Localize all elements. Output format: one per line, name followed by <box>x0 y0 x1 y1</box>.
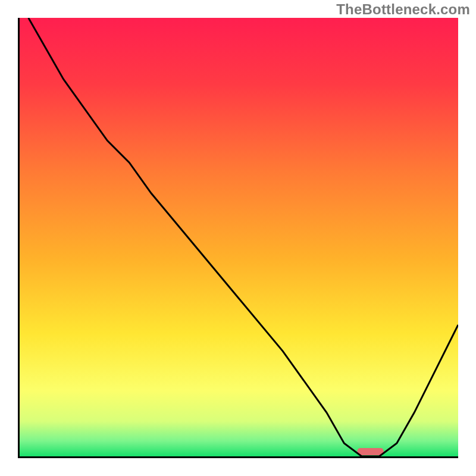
chart-svg <box>20 18 458 456</box>
chart-background <box>20 18 458 456</box>
bottleneck-chart <box>18 18 458 458</box>
watermark-text: TheBottleneck.com <box>336 1 470 18</box>
chart-frame: TheBottleneck.com <box>0 0 476 476</box>
optimum-marker <box>357 448 383 455</box>
